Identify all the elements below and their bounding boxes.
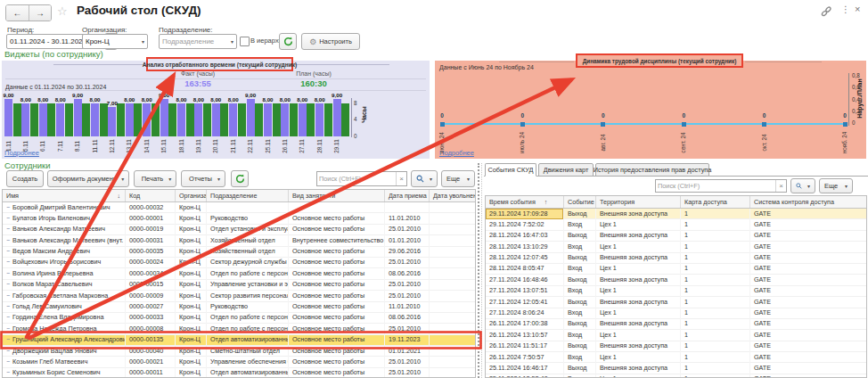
column-header-5[interactable]: Дата приема	[385, 190, 430, 201]
column-header-4[interactable]: Система контроля доступа	[750, 196, 866, 208]
event-row[interactable]: 26.11.2024 11:51:17ВыходВнешняя зона дос…	[486, 341, 866, 352]
employee-cell: Основное место работы	[289, 346, 385, 357]
column-header-2[interactable]: Территория	[596, 196, 681, 208]
employee-row[interactable]: −Волков Марат Савельевич0000-00015Крон-Ц…	[3, 280, 475, 291]
employee-item-icon: −	[6, 270, 10, 276]
organization-combo[interactable]: Крон-Ц ▾	[82, 34, 148, 49]
column-header-1[interactable]: Событие	[564, 196, 596, 208]
fact-hours-value: 163:55	[135, 78, 260, 88]
refresh-list-button[interactable]	[231, 170, 249, 187]
event-cell: GATE	[750, 363, 866, 374]
event-cell: GATE	[750, 341, 866, 351]
event-cell: 27.11.2024 16:48:46	[486, 275, 564, 285]
event-row[interactable]: 26.11.2024 13:10:57ВходЦех 11GATE	[486, 330, 866, 341]
employee-row[interactable]: −Гордина Елена Владимировна0000-00033Кро…	[3, 313, 475, 324]
event-row[interactable]: 25.11.2024 16:46:17ВыходВнешняя зона дос…	[486, 363, 866, 374]
event-row[interactable]: 26.11.2024 7:50:57ВходЦех 11GATE	[486, 352, 866, 363]
event-cell: 1	[681, 252, 750, 263]
favorite-star-icon[interactable]: ☆	[57, 4, 68, 18]
employee-cell: Основное место работы	[289, 357, 385, 367]
x-axis-label: 12.11	[109, 136, 116, 157]
plan-bar	[238, 103, 246, 136]
tab-access-rights-history[interactable]: История предоставления прав доступа	[595, 163, 709, 177]
event-row[interactable]: 25.11.2024 12:52:48ВходЦех 11GATE	[486, 374, 866, 378]
event-row[interactable]: 28.11.2024 12:07:45ВыходВнешняя зона дос…	[486, 253, 866, 264]
event-cell: 1	[681, 352, 750, 363]
event-row[interactable]: 29.11.2024 7:52:02ВходЦех 11GATE	[486, 219, 866, 230]
tab-skud-events[interactable]: События СКУД	[485, 163, 536, 177]
employee-row[interactable]: −Габровская Светлана Марковна0000-00009К…	[3, 291, 475, 301]
search-options-button[interactable]: ▾	[411, 170, 438, 187]
column-header-4[interactable]: Вид занятости	[289, 190, 385, 201]
column-header-2[interactable]: Организа...	[176, 190, 207, 201]
event-row[interactable]: 28.11.2024 16:47:03ВыходВнешняя зона дос…	[486, 231, 866, 242]
column-header-3[interactable]: Карта доступа	[681, 196, 750, 208]
event-row[interactable]: 28.11.2024 8:05:47ВходЦех 11GATE	[486, 264, 866, 275]
event-row[interactable]: 26.11.2024 17:00:38ВыходВнешняя зона дос…	[486, 319, 866, 330]
employee-row[interactable]: −Волина Ирина Валерьевна0000-00034Крон-Ц…	[3, 268, 475, 279]
clear-search-icon[interactable]: ×	[775, 180, 786, 192]
employees-search-input[interactable]	[317, 175, 396, 183]
chevron-down-icon[interactable]: ▾	[139, 38, 144, 45]
create-button[interactable]: Создать	[6, 170, 44, 187]
column-header-6[interactable]: Дата увольнения	[430, 190, 475, 201]
events-more-button[interactable]: Еще ▾	[819, 178, 853, 193]
event-row[interactable]: 27.11.2024 8:06:24ВходЦех 11GATE	[486, 308, 866, 319]
employee-row[interactable]: −Ваньков Александр Матвеевич0000-00019Кр…	[3, 225, 475, 235]
column-header-1[interactable]: Код	[126, 190, 176, 201]
bar-value-label: 8,00	[190, 96, 208, 103]
employee-row[interactable]: −Ведов Максим Андреевич0000-00035Крон-ЦХ…	[3, 247, 475, 258]
event-cell: Цех 1	[596, 242, 681, 252]
fact-bar	[91, 103, 99, 136]
employee-item-icon: −	[6, 226, 10, 232]
column-header-0[interactable]: Имя↓	[3, 190, 126, 201]
employee-row[interactable]: −Булатов Игорь Виленович0000-00001Крон-Ц…	[3, 213, 475, 224]
close-icon[interactable]: ×	[855, 4, 860, 14]
employee-row[interactable]: −Козьмин Глеб Матвеевич0000-00021Крон-ЦУ…	[3, 357, 475, 367]
event-cell: 26.11.2024 11:51:17	[486, 341, 564, 351]
print-button[interactable]: Печать ▾	[134, 170, 176, 187]
kebab-menu-icon[interactable]: ⋮	[841, 4, 850, 14]
link-icon[interactable]	[820, 5, 832, 21]
employee-cell: 08.06.2016	[385, 312, 430, 323]
data-point-marker	[682, 122, 686, 127]
employee-cell: Сектор дежурной службы	[207, 257, 289, 267]
panel-splitter[interactable]	[478, 163, 482, 378]
forward-button[interactable]: →	[29, 5, 51, 21]
back-button[interactable]: ←	[6, 5, 29, 21]
employee-row[interactable]: −Ваньков Александр Матвеевич (внут. со..…	[3, 235, 475, 246]
clear-search-icon[interactable]: ×	[396, 172, 406, 185]
tab-card-movements[interactable]: Движения карт	[538, 163, 594, 177]
reports-button[interactable]: Отчеты ▾	[181, 170, 225, 187]
event-row[interactable]: 27.11.2024 13:07:51ВходЦех 11GATE	[486, 286, 866, 297]
column-header-0[interactable]: Время события↑	[486, 196, 564, 208]
employee-cell: Сектор развития персонала	[207, 291, 289, 301]
hierarchy-checkbox[interactable]	[240, 37, 250, 46]
employee-row[interactable]: −Дворжецкий Вацлав Янович0000-00040Крон-…	[3, 346, 475, 357]
event-row[interactable]: 27.11.2024 16:48:46ВыходВнешняя зона дос…	[486, 275, 866, 285]
column-header-3[interactable]: Подразделение	[207, 190, 289, 201]
event-row[interactable]: 27.11.2024 12:05:41ВыходВнешняя зона дос…	[486, 297, 866, 308]
employee-row[interactable]: −Войцехович Игорь Борисович0000-00024Кро…	[3, 258, 475, 268]
employees-more-button[interactable]: Еще ▾	[441, 170, 475, 187]
event-row[interactable]: 29.11.2024 17:09:28ВыходВнешняя зона дос…	[486, 209, 866, 219]
employee-cell: 0000-00027	[126, 301, 176, 312]
configure-button[interactable]: ⚙ Настроить	[301, 33, 360, 50]
employee-row[interactable]: −Кузьминых Борис Семенович0000-00011Крон…	[3, 368, 475, 378]
events-search-options-button[interactable]: ▾	[790, 178, 815, 193]
chevron-down-icon[interactable]: ▾	[228, 38, 233, 45]
refresh-button[interactable]	[279, 33, 297, 50]
event-row[interactable]: 28.11.2024 13:10:29ВходЦех 11GATE	[486, 242, 866, 252]
employee-row[interactable]: −Гольд Лев Самуилович0000-00027Крон-ЦРук…	[3, 302, 475, 313]
employee-row[interactable]: −Боровой Дмитрий Валентинович0000-00032К…	[3, 202, 475, 213]
widget-time-analysis: Факт (часы) 163:55 План (часы) 160:30 Да…	[2, 61, 430, 159]
chevron-down-icon: ▾	[842, 183, 848, 189]
search-icon	[796, 182, 802, 190]
plan-bar	[30, 103, 38, 136]
employee-row[interactable]: −Громова Надежда Петровна0000-00008Крон-…	[3, 324, 475, 334]
events-search-input[interactable]	[656, 182, 775, 190]
department-combo[interactable]: Подразделение ▾	[159, 34, 237, 49]
employee-row[interactable]: −Грушницкий Александр Александрович0000-…	[3, 335, 475, 346]
x-axis-label: 6.11	[39, 136, 46, 157]
make-document-button[interactable]: Оформить документ ▾	[47, 170, 129, 187]
